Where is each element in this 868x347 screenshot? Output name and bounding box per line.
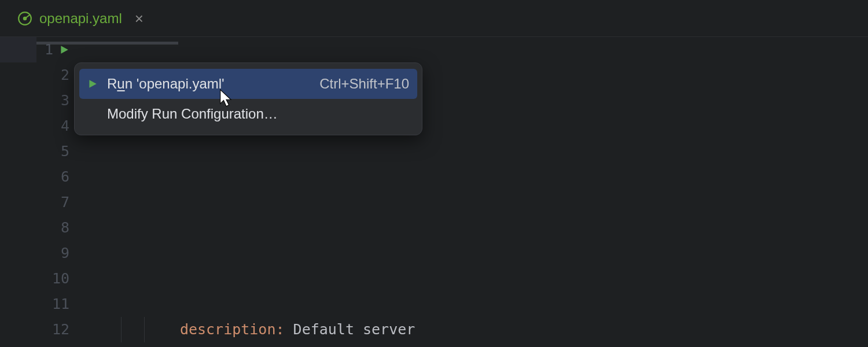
svg-line-2: [25, 14, 30, 19]
svg-marker-4: [89, 80, 96, 88]
menu-item-run[interactable]: Run 'openapi.yaml' Ctrl+Shift+F10: [79, 69, 417, 99]
play-icon: [87, 79, 98, 89]
line-number: 4: [61, 113, 69, 139]
menu-item-label: Run 'openapi.yaml': [107, 76, 310, 92]
menu-item-modify-config[interactable]: Modify Run Configuration…: [75, 99, 422, 129]
menu-item-shortcut: Ctrl+Shift+F10: [319, 76, 409, 92]
close-icon[interactable]: ×: [135, 11, 144, 26]
openapi-icon: [17, 11, 32, 26]
line-number: 9: [61, 241, 69, 266]
line-number: 11: [52, 291, 69, 317]
code-line[interactable]: description: Default server: [117, 317, 868, 342]
code-line[interactable]: [117, 241, 868, 266]
context-menu: Run 'openapi.yaml' Ctrl+Shift+F10 Modify…: [74, 62, 422, 135]
gutter: 1 2 3 4 5 6 7 8 9 10 11 12: [0, 37, 81, 342]
line-number: 8: [61, 215, 69, 241]
line-number: 2: [61, 62, 69, 88]
menu-item-label: Modify Run Configuration…: [107, 106, 409, 122]
play-icon[interactable]: [59, 45, 69, 55]
editor-tab[interactable]: openapi.yaml ×: [9, 0, 152, 36]
tab-bar: openapi.yaml ×: [0, 0, 868, 37]
line-number: 10: [52, 266, 69, 291]
svg-marker-3: [61, 46, 68, 54]
line-number: 12: [52, 317, 69, 342]
line-number: 6: [61, 164, 69, 190]
tab-filename: openapi.yaml: [39, 10, 122, 27]
line-number: 1: [45, 37, 53, 62]
line-number: 5: [61, 139, 69, 164]
code-line[interactable]: [117, 164, 868, 190]
line-number: 7: [61, 190, 69, 215]
line-number: 3: [61, 88, 69, 113]
